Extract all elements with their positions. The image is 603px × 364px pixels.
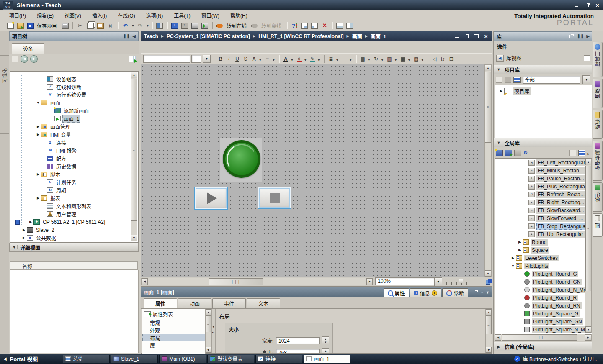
restore-icon[interactable] — [584, 3, 590, 8]
property-nav-scrollbar[interactable]: ▲ ≡ ▼ — [205, 309, 211, 353]
tree-item-recipes[interactable]: 配方 — [10, 154, 138, 162]
tree-item-slave2[interactable]: Slave_2 — [10, 226, 138, 234]
show-panel-icon[interactable] — [310, 21, 319, 30]
tree-item-screens[interactable]: 画面 — [10, 99, 138, 107]
scroll-left-icon[interactable]: ◀ — [142, 278, 148, 285]
expand-icon[interactable] — [35, 101, 41, 105]
taskbar-screen-1[interactable]: 画面_1 — [304, 355, 350, 363]
lib-folder-round[interactable]: Round — [495, 238, 592, 246]
lib-item-fb-minus[interactable]: −FB_Minus_Rectan... — [495, 167, 592, 174]
tree-item-add-new-screen[interactable]: 添加新画面 — [10, 107, 138, 115]
font-size-select[interactable] — [191, 55, 201, 63]
go-online-icon[interactable] — [216, 21, 224, 30]
tree-item-screen-management[interactable]: 画面管理 — [10, 123, 138, 131]
tree-item-runtime-settings[interactable]: 运行系统设置 — [10, 91, 138, 99]
lib-folder-pilotlights[interactable]: PilotLights — [495, 262, 592, 270]
scroll-up-icon[interactable]: ▲ — [485, 65, 491, 71]
lib-item-light-square-g[interactable]: PlotLight_Square_G — [495, 310, 592, 318]
cut-icon[interactable] — [76, 21, 85, 30]
collapse-panel-icon[interactable]: ◀ — [132, 34, 136, 38]
upload-from-device-icon[interactable] — [180, 21, 189, 30]
scroll-down-icon[interactable]: ▼ — [206, 347, 211, 353]
new-item-icon[interactable] — [12, 56, 18, 62]
library-filter-select[interactable]: 全部 — [523, 76, 580, 84]
scroll-thumb[interactable]: ≡ — [486, 315, 492, 334]
zoom-slider[interactable] — [446, 279, 482, 285]
scroll-thumb[interactable]: ≡ — [131, 79, 137, 221]
overflow-icon[interactable]: ▶ — [588, 152, 590, 156]
object-order-icon[interactable]: ▤ — [359, 55, 366, 63]
menu-edit[interactable]: 编辑(E) — [32, 11, 59, 20]
expand-icon[interactable] — [21, 228, 27, 232]
scroll-up-icon[interactable]: ▲ — [486, 309, 492, 315]
taskbar-overview[interactable]: 总览 — [63, 355, 110, 363]
align-icon[interactable]: ≡ — [264, 55, 271, 63]
lib-item-light-round-rn[interactable]: PlotLight_Round_RN — [495, 302, 592, 310]
menu-view[interactable]: 视图(V) — [59, 11, 86, 20]
editor-close-icon[interactable] — [483, 33, 489, 39]
tab-info[interactable]: i信息i — [410, 288, 441, 297]
nav-item-layers[interactable]: 层 — [142, 341, 205, 349]
expand-panel-icon[interactable]: ▶ — [586, 34, 590, 39]
lib-folder-leverswitches[interactable]: LeverSwitches — [495, 254, 592, 262]
detail-view-name-column[interactable]: 名称 — [10, 261, 138, 270]
scroll-thumb[interactable]: ≡ — [585, 166, 591, 291]
scroll-right-icon[interactable]: ▶ — [585, 334, 591, 341]
scroll-up-icon[interactable]: ▲ — [206, 309, 211, 315]
lib-item-fb-slowforward[interactable]: ▸FB_SlowForward_... — [495, 214, 592, 222]
sidetab-layout[interactable]: 布局 — [593, 110, 603, 139]
scroll-thumb[interactable]: ≡ — [206, 315, 211, 332]
undo-icon[interactable] — [121, 21, 130, 30]
expand-icon[interactable] — [510, 256, 516, 260]
align-objects-icon[interactable]: ▥ — [386, 55, 393, 63]
sidetab-script-instructions[interactable]: 脚本指令 — [593, 141, 603, 181]
tree-item-scheduled-tasks[interactable]: 计划任务 — [10, 178, 138, 186]
project-library-root[interactable]: 项目库 — [495, 87, 592, 95]
expand-icon[interactable] — [35, 125, 41, 128]
scroll-thumb[interactable]: ❘❘❘ — [502, 334, 577, 341]
menu-options[interactable]: 选项(N) — [141, 11, 168, 20]
expand-icon[interactable] — [498, 89, 504, 93]
screen-canvas[interactable] — [141, 64, 484, 277]
split-horizontal-icon[interactable] — [335, 21, 344, 30]
new-project-icon[interactable] — [6, 21, 15, 30]
go-offline-icon[interactable] — [250, 21, 259, 30]
start-button-object[interactable] — [194, 187, 228, 210]
canvas-horizontal-scrollbar[interactable]: ◀ ❘❘❘ ▶ — [141, 278, 373, 285]
lib-folder-square[interactable]: Square — [495, 246, 592, 254]
go-offline-button[interactable]: 转到离线 — [261, 22, 281, 29]
tree-item-screen-1[interactable]: 画面_1 — [10, 115, 138, 123]
taskbar-main-ob1[interactable]: Main (OB1) — [159, 355, 206, 363]
portal-view-button[interactable]: ◀Portal 视图 — [3, 355, 38, 363]
redo-icon[interactable] — [136, 21, 144, 30]
expand-icon[interactable] — [517, 240, 523, 244]
scroll-down-icon[interactable]: ▼ — [485, 270, 491, 277]
editor-minimize-icon[interactable] — [454, 33, 460, 39]
editor-maximize-icon[interactable] — [473, 33, 479, 39]
inspector-list-icon[interactable]: ≡ — [481, 290, 483, 295]
project-tree-scrollbar[interactable]: ▲ ≡ ▼ — [131, 72, 137, 241]
split-vertical-icon[interactable] — [345, 21, 354, 30]
open-global-library-icon[interactable] — [505, 150, 512, 156]
scroll-down-icon[interactable]: ▼ — [131, 235, 137, 241]
nav-item-layout[interactable]: 布局 — [142, 334, 205, 341]
match-size-icon[interactable]: ▧ — [412, 55, 420, 63]
menu-project[interactable]: 项目(P) — [4, 11, 31, 20]
line-style-icon[interactable]: ≣ — [327, 55, 335, 63]
property-content-scrollbar[interactable]: ▲ ≡ ▼ — [485, 309, 492, 353]
menu-window[interactable]: 窗口(W) — [196, 11, 224, 20]
breadcrumb-pc-system[interactable]: PC-System_1 [SIMATIC PC station] — [167, 33, 250, 39]
subtab-texts[interactable]: 文本 — [247, 298, 280, 308]
scroll-thumb[interactable]: ❘❘❘ — [209, 278, 263, 285]
scroll-down-icon[interactable]: ▼ — [486, 347, 492, 353]
menu-help[interactable]: 帮助(H) — [225, 11, 253, 20]
filter-dropdown-icon[interactable]: ▼ — [582, 75, 590, 84]
tree-item-online-diagnostics[interactable]: 在线和诊断 — [10, 83, 138, 91]
scroll-right-icon[interactable]: ▶ — [366, 278, 373, 285]
visualization-strip-label[interactable]: 可视化 — [1, 68, 8, 83]
tree-item-scripts[interactable]: 脚本 — [10, 170, 138, 178]
expand-icon[interactable] — [21, 236, 27, 240]
breadcrumb-project[interactable]: Teach — [144, 33, 158, 39]
scroll-thumb[interactable]: ≡ — [485, 72, 491, 143]
lib-item-light-round-g[interactable]: PlotLight_Round_G — [495, 270, 592, 278]
